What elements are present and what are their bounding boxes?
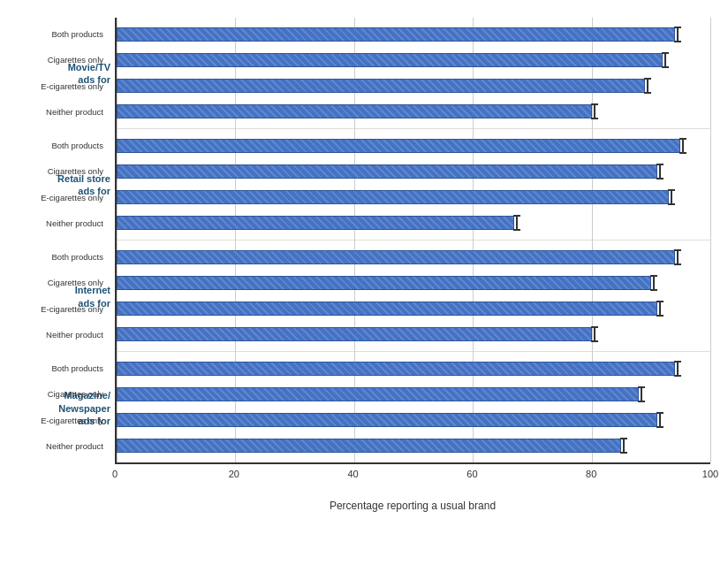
bar-row: Both products: [117, 360, 710, 378]
error-cap-bottom: [620, 452, 627, 454]
groups-container: Both productsCigarettes onlyE-cigarettes…: [117, 18, 710, 462]
error-bar: [620, 438, 627, 454]
error-bar: [674, 361, 681, 377]
error-line-vertical: [659, 165, 661, 178]
bar-row: Cigarettes only: [117, 274, 710, 292]
bar-row: Both products: [117, 26, 710, 43]
x-tick-label: 60: [466, 469, 477, 479]
error-line-vertical: [659, 414, 661, 426]
x-tick-label: 0: [112, 469, 118, 479]
error-cap-bottom: [656, 178, 664, 179]
bar-row: Both products: [117, 137, 710, 155]
bar-group: Both productsCigarettes onlyE-cigarettes…: [117, 352, 710, 462]
bar: [117, 104, 592, 118]
chart-area: Movie/TV ads forRetail store ads forInte…: [18, 18, 710, 464]
error-line-vertical: [682, 140, 684, 152]
bar-wrapper: [117, 412, 710, 428]
error-line-vertical: [641, 388, 642, 401]
bar-wrapper: [117, 249, 710, 265]
error-line-vertical: [677, 28, 679, 41]
bar: [117, 362, 675, 376]
bar-label: E-cigarettes only: [28, 416, 108, 425]
error-cap-bottom: [674, 263, 681, 265]
bar-row: Cigarettes only: [117, 386, 710, 403]
bar: [117, 53, 663, 67]
bar-wrapper: [117, 27, 710, 42]
bar-group: Both productsCigarettes onlyE-cigarettes…: [117, 241, 710, 352]
error-bar: [513, 215, 520, 231]
bar-wrapper: [117, 301, 710, 317]
plot-area: Both productsCigarettes onlyE-cigarettes…: [115, 18, 710, 464]
bar-row: Neither product: [117, 325, 710, 343]
error-bar: [656, 164, 664, 179]
grid-line: [710, 18, 711, 462]
error-cap-bottom: [662, 66, 669, 68]
x-tick-label: 40: [347, 469, 358, 479]
error-line-vertical: [516, 217, 518, 229]
error-bar: [662, 52, 669, 68]
bar: [117, 439, 621, 453]
error-bar: [638, 386, 645, 402]
error-cap-bottom: [513, 229, 520, 231]
error-cap-bottom: [674, 41, 681, 42]
error-bar: [650, 275, 657, 291]
bar-label: E-cigarettes only: [28, 81, 108, 91]
bar-label: Cigarettes only: [28, 55, 108, 65]
bar: [117, 27, 675, 42]
bar-label: Cigarettes only: [28, 166, 108, 176]
bar-label: Cigarettes only: [28, 389, 108, 399]
bar-wrapper: [117, 103, 710, 119]
x-axis-label: Percentage reporting a usual brand: [115, 500, 710, 512]
error-line-vertical: [647, 80, 648, 92]
error-cap-bottom: [591, 340, 598, 342]
bar-wrapper: [117, 361, 710, 377]
bar-row: Neither product: [117, 214, 710, 232]
bar-label: Both products: [28, 252, 108, 262]
bar-wrapper: [117, 78, 710, 94]
bar: [117, 387, 639, 401]
error-line-vertical: [594, 105, 595, 118]
error-line-vertical: [623, 439, 625, 452]
bar-wrapper: [117, 215, 710, 231]
error-line-vertical: [659, 302, 661, 315]
bar-wrapper: [117, 164, 710, 179]
error-bar: [591, 103, 598, 119]
bar: [117, 327, 592, 341]
bar: [117, 79, 645, 93]
bar-row: E-cigarettes only: [117, 300, 710, 317]
x-tick-label: 80: [586, 469, 596, 479]
error-bar: [644, 78, 651, 94]
bar: [117, 216, 514, 230]
bar-wrapper: [117, 189, 710, 205]
bar-wrapper: [117, 326, 710, 342]
x-axis: 020406080100: [115, 464, 710, 482]
bar-group: Both productsCigarettes onlyE-cigarettes…: [117, 18, 710, 129]
error-cap-bottom: [674, 375, 681, 377]
bar-label: Neither product: [28, 218, 108, 228]
bar: [117, 276, 651, 290]
bar-row: E-cigarettes only: [117, 188, 710, 206]
x-tick-label: 100: [702, 469, 718, 479]
bar-row: Cigarettes only: [117, 51, 710, 69]
chart-container: Movie/TV ads forRetail store ads forInte…: [0, 0, 728, 565]
bar-wrapper: [117, 52, 710, 68]
bar-label: E-cigarettes only: [28, 304, 108, 314]
bar-label: Both products: [28, 29, 108, 39]
bar-label: E-cigarettes only: [28, 193, 108, 202]
bar-wrapper: [117, 275, 710, 291]
error-cap-bottom: [656, 426, 664, 428]
bar-row: Both products: [117, 248, 710, 266]
error-line-vertical: [664, 54, 666, 66]
bar: [117, 302, 657, 316]
error-cap-bottom: [638, 401, 645, 402]
bar-wrapper: [117, 438, 710, 454]
bar-row: E-cigarettes only: [117, 411, 710, 429]
bar-label: Both products: [28, 363, 108, 373]
bar-label: Neither product: [28, 441, 108, 451]
error-cap-bottom: [591, 118, 598, 119]
error-bar: [591, 326, 598, 342]
error-bar: [668, 189, 675, 205]
error-bar: [656, 412, 664, 428]
error-line-vertical: [653, 277, 655, 289]
error-cap-bottom: [679, 152, 686, 154]
